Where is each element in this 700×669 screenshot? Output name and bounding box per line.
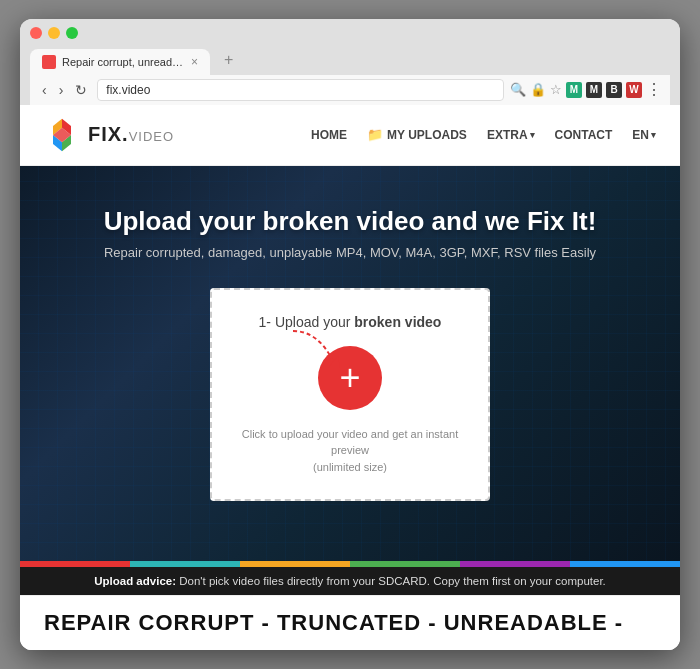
star-icon: ☆ <box>550 82 562 97</box>
lang-chevron-icon: ▾ <box>651 130 656 140</box>
tab-title: Repair corrupt, unreadable M… <box>62 56 185 68</box>
logo-text: FIX.VIDEO <box>88 123 174 146</box>
browser-chrome: Repair corrupt, unreadable M… × + ‹ › ↻ … <box>20 19 680 105</box>
color-strip-purple <box>460 561 570 567</box>
svg-marker-5 <box>328 356 340 368</box>
advice-text: Don't pick video files directly from you… <box>179 575 606 587</box>
tab-bar: Repair corrupt, unreadable M… × + <box>30 45 670 75</box>
upload-circle-area: + <box>318 346 382 410</box>
color-strip-green <box>350 561 460 567</box>
minimize-traffic-light[interactable] <box>48 27 60 39</box>
uploads-icon: 📁 <box>367 127 383 142</box>
hero-subtitle: Repair corrupted, damaged, unplayable MP… <box>40 245 660 260</box>
extension-m-dark-icon[interactable]: M <box>586 82 602 98</box>
nav-contact[interactable]: CONTACT <box>555 128 613 142</box>
extension-m-green-icon[interactable]: M <box>566 82 582 98</box>
nav-links: HOME 📁 MY UPLOADS EXTRA ▾ CONTACT EN ▾ <box>311 127 656 142</box>
color-strip-blue <box>570 561 680 567</box>
maximize-traffic-light[interactable] <box>66 27 78 39</box>
close-traffic-light[interactable] <box>30 27 42 39</box>
search-icon: 🔍 <box>510 82 526 97</box>
toolbar-icons: 🔍 🔒 ☆ M M B W ⋮ <box>510 80 662 99</box>
color-strip <box>20 561 680 567</box>
nav-home[interactable]: HOME <box>311 128 347 142</box>
active-tab[interactable]: Repair corrupt, unreadable M… × <box>30 49 210 75</box>
reload-button[interactable]: ↻ <box>71 80 91 100</box>
tab-close-button[interactable]: × <box>191 55 198 69</box>
browser-menu-icon[interactable]: ⋮ <box>646 80 662 99</box>
upload-box[interactable]: 1- Upload your broken video + Click to u… <box>210 288 490 502</box>
upload-arrow-icon <box>288 326 348 376</box>
extension-b-icon[interactable]: B <box>606 82 622 98</box>
forward-button[interactable]: › <box>55 80 68 100</box>
logo-area: FIX.VIDEO <box>44 117 174 153</box>
browser-window: Repair corrupt, unreadable M… × + ‹ › ↻ … <box>20 19 680 651</box>
hero-section: Upload your broken video and we Fix It! … <box>20 166 680 562</box>
lock-icon: 🔒 <box>530 82 546 97</box>
upload-hint: Click to upload your video and get an in… <box>232 426 468 476</box>
website-content: FIX.VIDEO HOME 📁 MY UPLOADS EXTRA ▾ CONT… <box>20 105 680 651</box>
extra-chevron-icon: ▾ <box>530 130 535 140</box>
advice-bold: Upload advice: <box>94 575 176 587</box>
address-bar-row: ‹ › ↻ 🔍 🔒 ☆ M M B W ⋮ <box>30 75 670 105</box>
upload-box-title: 1- Upload your broken video <box>232 314 468 330</box>
tab-favicon <box>42 55 56 69</box>
browser-nav-buttons: ‹ › ↻ <box>38 80 91 100</box>
nav-lang[interactable]: EN ▾ <box>632 128 656 142</box>
ticker-text: REPAIR CORRUPT - TRUNCATED - UNREADABLE … <box>44 610 623 635</box>
hero-title: Upload your broken video and we Fix It! <box>40 206 660 237</box>
color-strip-red <box>20 561 130 567</box>
traffic-lights <box>30 27 670 39</box>
color-strip-orange <box>240 561 350 567</box>
logo-icon <box>44 117 80 153</box>
site-nav: FIX.VIDEO HOME 📁 MY UPLOADS EXTRA ▾ CONT… <box>20 105 680 166</box>
advice-bar: Upload advice: Don't pick video files di… <box>20 567 680 595</box>
ticker-bar: REPAIR CORRUPT - TRUNCATED - UNREADABLE … <box>20 595 680 650</box>
nav-extra[interactable]: EXTRA ▾ <box>487 128 535 142</box>
nav-uploads[interactable]: 📁 MY UPLOADS <box>367 127 467 142</box>
back-button[interactable]: ‹ <box>38 80 51 100</box>
new-tab-button[interactable]: + <box>214 45 243 75</box>
color-strip-teal <box>130 561 240 567</box>
extension-w-icon[interactable]: W <box>626 82 642 98</box>
address-input[interactable] <box>97 79 504 101</box>
